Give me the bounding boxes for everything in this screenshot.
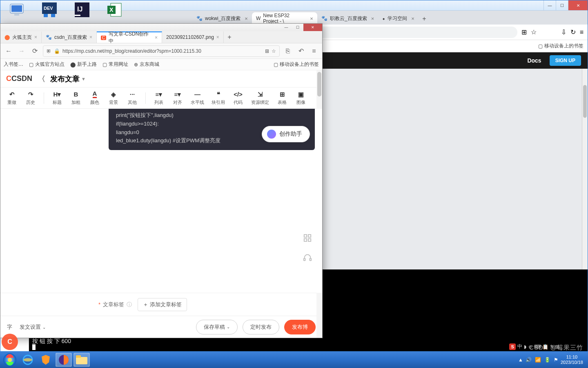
tab-zhijiao[interactable]: 🐾职教云_百度搜索× (317, 12, 378, 25)
download-icon[interactable]: ⇩ (561, 28, 566, 36)
star-icon[interactable]: ☆ (272, 48, 276, 54)
bookmark-jd[interactable]: ⊕ 京东商城 (134, 61, 159, 68)
start-button[interactable] (2, 352, 18, 368)
maximize-button[interactable]: ☐ (292, 24, 303, 31)
signup-button[interactable]: SIGN UP (550, 55, 581, 66)
save-draft-button[interactable]: 保存草稿 ⌄ (196, 320, 238, 334)
close-icon[interactable]: × (216, 34, 219, 40)
close-icon[interactable]: × (34, 34, 37, 40)
toolbar-对齐[interactable]: ≡▾对齐 (172, 91, 183, 105)
dev-icon[interactable]: DEV (41, 2, 58, 18)
bookmark-common[interactable]: ▢ 常用网址 (102, 61, 128, 68)
task-explorer[interactable] (74, 353, 90, 367)
volume-icon[interactable]: 🔊 (526, 357, 532, 363)
editor-toolbar: ↶重做↷历史H▾标题B加粗A颜色◈背景···其他≡▾列表≡▾对齐—水平线❝块引用… (0, 88, 322, 109)
tab-wokwi-project[interactable]: WNew ESP32 Project - \× (252, 12, 317, 25)
firefox-tabstrip: ⬤火狐主页× 🐾csdn_百度搜索× C写文章-CSDN创作中× 2023092… (0, 31, 322, 43)
history-icon[interactable]: ↶ (296, 46, 306, 56)
qr-side-button[interactable] (301, 231, 314, 245)
toolbar-历史[interactable]: ↷历史 (25, 91, 36, 105)
task-ie[interactable] (20, 353, 36, 367)
bookmark-mobile[interactable]: ▢移动设备上的书签 (538, 43, 584, 49)
task-firefox[interactable] (56, 353, 72, 367)
toolbar-重做[interactable]: ↶重做 (6, 91, 18, 105)
close-icon[interactable]: × (371, 16, 374, 22)
svg-rect-2 (304, 239, 307, 241)
minimize-button[interactable]: — (543, 0, 556, 10)
battery-icon[interactable]: 🔋 (544, 357, 550, 363)
toolbar-表格[interactable]: ⊞表格 (276, 91, 288, 105)
refresh-icon[interactable]: ↻ (570, 28, 576, 36)
extensions-icon[interactable]: ⊞ (521, 28, 527, 36)
computer-icon[interactable] (8, 2, 25, 18)
tab-image[interactable]: 20230921102607.png× (162, 31, 224, 43)
bookmark-firefox-official[interactable]: ▢ 火狐官方站点 (29, 61, 65, 68)
toolbar-块引用[interactable]: ❝块引用 (212, 91, 225, 105)
bookmark-star-icon[interactable]: ☆ (531, 28, 537, 36)
close-button[interactable]: ✕ (303, 24, 322, 31)
menu-icon[interactable]: ≡ (309, 46, 319, 56)
scrollbar-thumb[interactable] (583, 85, 587, 118)
robot-icon (267, 130, 276, 139)
tab-firefox-home[interactable]: ⬤火狐主页× (0, 31, 42, 43)
bookmark-mobile[interactable]: ▢ 移动设备上的书签 (274, 61, 319, 68)
toolbar-背景[interactable]: ◈背景 (108, 91, 119, 105)
toolbar-资源绑定[interactable]: ⇲资源绑定 (251, 91, 269, 105)
tab-wokwi-search[interactable]: 🐾wokwi_百度搜索× (192, 12, 252, 25)
publish-button[interactable]: 发布博 (284, 320, 316, 334)
toolbar-水平线[interactable]: —水平线 (191, 91, 204, 105)
screenshot-icon[interactable]: ⎘ (283, 46, 293, 56)
bookmark-import[interactable]: 入书签… (4, 61, 23, 68)
task-shield[interactable] (38, 353, 54, 367)
close-icon[interactable]: × (411, 16, 414, 22)
docs-link[interactable]: Docs (527, 57, 541, 64)
bookmark-newbie[interactable]: ⬤ 新手上路 (70, 61, 97, 68)
schedule-publish-button[interactable]: 定时发布 (243, 320, 279, 334)
headset-side-button[interactable] (301, 251, 314, 264)
toolbar-代码[interactable]: </>代码 (232, 91, 244, 105)
tab-study[interactable]: ⬥学习空间× (378, 12, 419, 25)
close-button[interactable]: ✕ (568, 0, 588, 10)
add-tag-button[interactable]: ＋ 添加文章标签 (138, 298, 187, 311)
toolbar-列表[interactable]: ≡▾列表 (153, 91, 165, 105)
help-icon[interactable]: ⓘ (127, 301, 132, 308)
new-tab-button[interactable]: + (419, 13, 430, 25)
system-tray: ▲ 🔊 📶 🔋 ⚑ 11:10 2023/10/18 (518, 355, 586, 365)
qr-icon[interactable]: ⊞ (265, 48, 269, 54)
flag-icon[interactable]: ⚑ (554, 357, 558, 363)
excel-icon[interactable]: X (106, 2, 123, 18)
toolbar-图像[interactable]: ▣图像 (295, 91, 307, 105)
close-icon[interactable]: × (245, 16, 248, 22)
close-icon[interactable]: × (310, 16, 313, 22)
back-icon[interactable]: 〈 (38, 74, 45, 84)
svg-rect-0 (304, 235, 307, 237)
forward-button[interactable]: → (17, 46, 27, 56)
toolbar-颜色[interactable]: A颜色 (89, 91, 100, 105)
minimize-button[interactable]: — (281, 24, 292, 31)
close-icon[interactable]: × (155, 35, 158, 40)
editor-body[interactable]: print("按钮按下",liangdu) if(liangdu>=1024):… (0, 109, 322, 293)
tab-csdn-editor[interactable]: C写文章-CSDN创作中× (97, 31, 162, 43)
lock-icon: 🔒 (54, 48, 60, 54)
scrollbar-thumb[interactable] (317, 72, 321, 96)
maximize-button[interactable]: ☐ (556, 0, 568, 10)
new-tab-button[interactable]: + (224, 31, 235, 43)
back-button[interactable]: ← (4, 46, 13, 56)
menu-icon[interactable]: ≡ (580, 29, 584, 36)
intellij-icon[interactable]: IJ (74, 2, 91, 18)
url-input[interactable]: ⛨ 🔒 https://mp.csdn.net/mp_blog/creation… (43, 45, 280, 57)
toolbar-加粗[interactable]: B加粗 (70, 91, 82, 105)
taskbar-clock[interactable]: 11:10 2023/10/18 (561, 355, 583, 365)
ai-helper-button[interactable]: 创作助手 (262, 126, 310, 142)
network-icon[interactable]: 📶 (535, 357, 541, 363)
tab-csdn-search[interactable]: 🐾csdn_百度搜索× (42, 31, 97, 43)
csdn-logo[interactable]: CCSDN (6, 74, 32, 83)
scrollbar[interactable] (582, 69, 588, 269)
close-icon[interactable]: × (89, 34, 92, 40)
publish-settings[interactable]: 发文设置 ⌄ (20, 323, 46, 331)
reload-button[interactable]: ⟳ (30, 46, 40, 56)
chevron-down-icon[interactable]: ▼ (81, 76, 86, 81)
tray-chevron-icon[interactable]: ▲ (518, 357, 523, 363)
toolbar-其他[interactable]: ···其他 (127, 91, 138, 105)
toolbar-标题[interactable]: H▾标题 (51, 91, 63, 105)
